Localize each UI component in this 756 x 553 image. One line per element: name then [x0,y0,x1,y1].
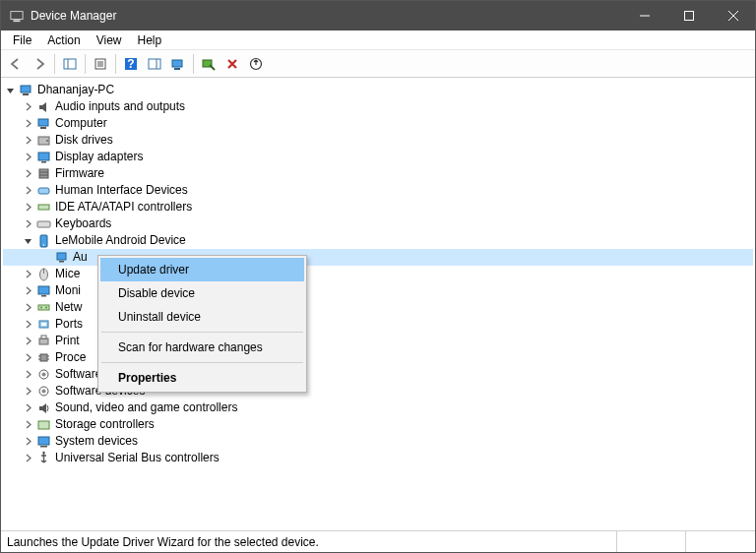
menu-action[interactable]: Action [39,31,88,49]
tree-category[interactable]: System devices [3,433,753,450]
svg-rect-0 [11,12,23,20]
help-button[interactable]: ? [120,53,142,75]
scan-hardware-button[interactable] [198,53,220,75]
chevron-right-icon[interactable] [21,151,34,164]
chevron-right-icon[interactable] [21,335,34,348]
tree-item-label: Moni [55,282,81,299]
context-separator [101,362,303,363]
chevron-right-icon[interactable] [21,418,34,432]
statusbar-cell-3 [686,531,755,552]
system-icon [35,434,51,450]
usb-icon [35,451,51,466]
firmware-icon [35,166,51,182]
tree-category[interactable]: Keyboards [3,215,753,232]
show-hide-console-tree-button[interactable] [59,53,81,75]
network-icon [35,300,51,316]
device-manager-window: Device Manager File Action View Help ? [0,0,756,553]
chevron-right-icon[interactable] [21,217,34,231]
disk-icon [35,133,51,149]
tree-root[interactable]: Dhananjay-PC [3,82,753,98]
tree-category[interactable]: Display adapters [3,149,753,165]
svg-rect-60 [40,446,47,448]
toolbar-separator [54,54,55,74]
tree-category[interactable]: Storage controllers [3,416,753,433]
chevron-right-icon[interactable] [21,368,34,382]
chevron-right-icon[interactable] [21,401,34,415]
chevron-right-icon[interactable] [21,452,34,465]
action-pane-button[interactable] [144,53,165,75]
chevron-right-icon[interactable] [21,351,34,365]
tree-item-label: Au [73,249,88,266]
window-title: Device Manager [31,9,622,23]
chevron-right-icon[interactable] [21,100,34,114]
tree-category[interactable]: Universal Serial Bus controllers [3,450,753,466]
chevron-right-icon[interactable] [21,268,34,281]
chevron-right-icon[interactable] [21,284,34,298]
tree-item-label: LeMobile Android Device [55,232,186,249]
tree-item-label: Sound, video and game controllers [55,399,237,416]
device-tree[interactable]: Dhananjay-PCAudio inputs and outputsComp… [1,78,755,530]
context-uninstall-device[interactable]: Uninstall device [100,305,304,329]
tree-category[interactable]: Audio inputs and outputs [3,98,753,115]
svg-rect-42 [38,305,49,310]
chevron-down-icon[interactable] [3,84,17,97]
svg-rect-32 [38,205,49,210]
svg-rect-48 [41,336,46,338]
tree-item-label: Disk drives [55,132,113,149]
tree-category[interactable]: Disk drives [3,132,753,149]
svg-rect-6 [64,59,76,69]
chevron-right-icon [38,251,52,265]
menu-view[interactable]: View [89,31,130,49]
chevron-right-icon[interactable] [21,134,34,148]
toolbar-separator [85,54,86,74]
minimize-button[interactable] [622,1,666,31]
ports-icon [35,317,51,333]
statusbar-text: Launches the Update Driver Wizard for th… [1,531,617,552]
context-disable-device[interactable]: Disable device [100,281,304,305]
tree-category[interactable]: Computer [3,115,753,132]
chevron-right-icon[interactable] [21,184,34,198]
monitor-icon [35,283,51,299]
properties-button[interactable] [90,53,111,75]
tree-item-label: Print [55,333,80,349]
tree-item-label: Netw [55,299,82,316]
tree-category[interactable]: LeMobile Android Device [3,232,753,249]
svg-point-57 [41,390,45,394]
tree-item-label: System devices [55,433,138,450]
tree-item-label: Dhananjay-PC [37,82,114,98]
maximize-button[interactable] [666,1,711,31]
chevron-right-icon[interactable] [21,301,34,315]
menu-help[interactable]: Help [130,31,170,49]
svg-point-44 [45,307,47,309]
svg-rect-3 [684,12,693,21]
close-button[interactable] [711,1,755,31]
forward-button[interactable] [29,53,50,75]
svg-rect-33 [37,221,50,227]
uninstall-device-button[interactable] [221,53,243,75]
tree-category[interactable]: Sound, video and game controllers [3,399,753,416]
chevron-right-icon[interactable] [21,435,34,449]
svg-rect-14 [149,59,160,69]
context-properties[interactable]: Properties [100,366,304,390]
svg-rect-26 [38,153,49,160]
tree-item-label: Ports [55,316,83,333]
svg-point-25 [46,140,48,142]
back-button[interactable] [5,53,27,75]
tree-category[interactable]: Human Interface Devices [3,182,753,199]
chevron-right-icon[interactable] [21,117,34,131]
context-scan-hardware[interactable]: Scan for hardware changes [100,336,304,359]
keyboard-icon [35,216,51,232]
show-all-devices-button[interactable] [167,53,189,75]
tree-category[interactable]: Firmware [3,165,753,182]
chevron-right-icon[interactable] [21,167,34,181]
mouse-icon [35,267,51,282]
display-icon [35,150,51,165]
context-update-driver[interactable]: Update driver [100,258,304,281]
chevron-right-icon[interactable] [21,201,34,215]
menu-file[interactable]: File [5,31,39,49]
chevron-right-icon[interactable] [21,318,34,332]
update-driver-button[interactable] [245,53,267,75]
chevron-right-icon[interactable] [21,385,34,399]
tree-category[interactable]: IDE ATA/ATAPI controllers [3,199,753,215]
chevron-down-icon[interactable] [21,234,34,248]
